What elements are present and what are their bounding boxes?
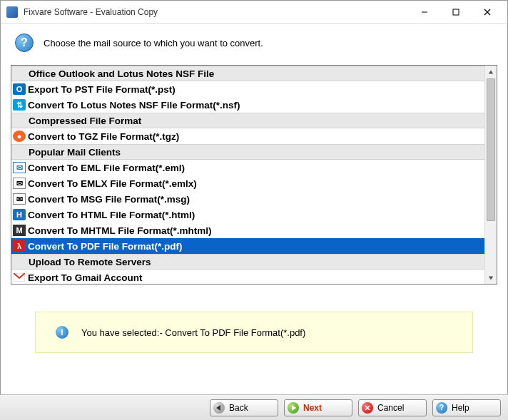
list-item-label: Convert To EML File Format(*.eml) — [28, 163, 185, 173]
list-item-nsf[interactable]: ⇅Convert To Lotus Notes NSF File Format(… — [11, 97, 484, 113]
footer: Back Next Cancel ? Help — [0, 394, 508, 420]
emlx-icon: ✉ — [13, 178, 26, 189]
gmail-icon — [13, 272, 26, 283]
list-item-mhtml[interactable]: MConvert To MHTML File Format(*.mhtml) — [11, 222, 484, 238]
svg-marker-6 — [489, 276, 493, 280]
header: ? Choose the mail source to which you wa… — [1, 24, 507, 65]
cancel-icon — [362, 402, 373, 414]
msg-icon: ✉ — [13, 193, 26, 205]
window-title: Fixvare Software - Evaluation Copy — [24, 7, 409, 17]
minimize-button[interactable] — [409, 2, 440, 22]
mhtml-icon: M — [13, 225, 26, 236]
help-button[interactable]: ? Help — [432, 399, 501, 416]
svg-marker-8 — [292, 405, 296, 411]
close-button[interactable] — [472, 2, 503, 22]
scroll-thumb[interactable] — [487, 78, 495, 221]
list-item-label: Convert To Lotus Notes NSF File Format(*… — [28, 100, 240, 111]
svg-rect-1 — [453, 9, 459, 15]
tgz-icon: ● — [13, 130, 26, 142]
list-item-html[interactable]: HConvert To HTML File Format(*.html) — [11, 207, 484, 222]
list-group-header: Upload To Remote Servers — [11, 254, 484, 270]
next-label: Next — [303, 403, 322, 413]
scroll-up-button[interactable] — [485, 66, 497, 78]
list-item-label: Convert to TGZ File Format(*.tgz) — [28, 131, 179, 142]
info-icon: i — [56, 326, 68, 339]
status-panel: i You have selected:- Convert To PDF Fil… — [35, 312, 473, 353]
list-item-label: Convert To HTML File Format(*.html) — [28, 210, 195, 220]
list-item-emlx[interactable]: ✉Convert To EMLX File Format(*.emlx) — [11, 175, 484, 191]
cancel-label: Cancel — [377, 403, 404, 413]
format-list-body: Office Outlook and Lotus Notes NSF FileO… — [11, 66, 484, 284]
svg-marker-5 — [489, 70, 493, 73]
back-button[interactable]: Back — [210, 399, 278, 416]
next-arrow-icon — [288, 402, 299, 414]
cancel-button[interactable]: Cancel — [358, 399, 427, 416]
help-circle-icon: ? — [436, 402, 447, 414]
back-label: Back — [229, 403, 248, 413]
html-icon: H — [13, 209, 26, 220]
back-arrow-icon — [213, 402, 225, 414]
eml-icon: ✉ — [13, 162, 26, 173]
scrollbar[interactable] — [484, 66, 497, 284]
outlook-icon: O — [13, 83, 26, 95]
instruction-text: Choose the mail source to which you want… — [44, 38, 263, 48]
list-item-label: Export To Gmail Account — [28, 272, 143, 283]
svg-marker-7 — [216, 405, 220, 411]
list-item-label: Convert To MHTML File Format(*.mhtml) — [28, 225, 212, 236]
status-text: You have selected:- Convert To PDF File … — [81, 327, 305, 338]
scroll-down-button[interactable] — [485, 272, 497, 284]
help-icon: ? — [15, 34, 34, 52]
maximize-button[interactable] — [440, 2, 472, 22]
window-controls — [409, 2, 503, 22]
list-item-label: Convert To PDF File Format(*.pdf) — [28, 241, 183, 252]
list-item-msg[interactable]: ✉Convert To MSG File Format(*.msg) — [11, 191, 484, 207]
list-item-label: Convert To MSG File Format(*.msg) — [28, 194, 190, 205]
next-button[interactable]: Next — [284, 399, 352, 416]
list-item-tgz[interactable]: ●Convert to TGZ File Format(*.tgz) — [11, 128, 484, 144]
titlebar: Fixvare Software - Evaluation Copy — [1, 1, 507, 24]
list-item-pst[interactable]: OExport To PST File Format(*.pst) — [11, 81, 484, 97]
app-icon — [6, 6, 18, 18]
list-item-eml[interactable]: ✉Convert To EML File Format(*.eml) — [11, 160, 484, 175]
list-item-pdf[interactable]: λConvert To PDF File Format(*.pdf) — [11, 238, 484, 254]
list-item-label: Export To PST File Format(*.pst) — [28, 84, 176, 95]
pdf-icon: λ — [13, 240, 26, 252]
nsf-icon: ⇅ — [13, 99, 26, 111]
help-label: Help — [452, 403, 469, 413]
list-group-header: Office Outlook and Lotus Notes NSF File — [11, 66, 484, 81]
format-list: Office Outlook and Lotus Notes NSF FileO… — [11, 65, 497, 285]
list-item-gmail[interactable]: Export To Gmail Account — [11, 270, 484, 284]
list-item-label: Convert To EMLX File Format(*.emlx) — [28, 178, 197, 189]
list-group-header: Compressed File Format — [11, 113, 484, 128]
list-group-header: Popular Mail Clients — [11, 144, 484, 160]
